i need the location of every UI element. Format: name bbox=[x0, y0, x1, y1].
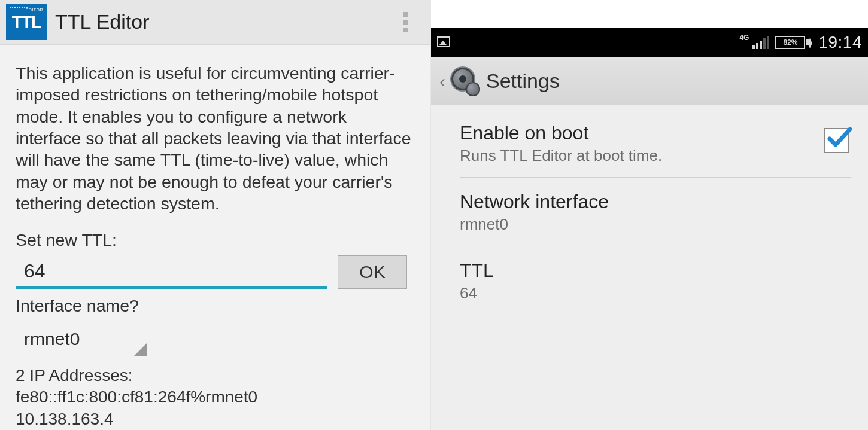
enable-on-boot-checkbox[interactable] bbox=[824, 128, 849, 153]
ip-address-2: 10.138.163.4 bbox=[16, 408, 415, 430]
battery-icon: 82% ⧫ bbox=[775, 36, 812, 49]
pref-title: Network interface bbox=[460, 191, 851, 213]
settings-title: Settings bbox=[486, 69, 560, 93]
pref-network-interface[interactable]: Network interface rmnet0 bbox=[460, 178, 851, 246]
interface-spinner[interactable]: rmnet0 bbox=[16, 324, 147, 356]
battery-percentage: 82% bbox=[775, 36, 805, 49]
app-icon: EDITOR TTL bbox=[6, 4, 47, 40]
interface-name-label: Interface name? bbox=[16, 295, 415, 316]
ip-addresses-header: 2 IP Addresses: bbox=[16, 365, 415, 386]
settings-screen: 4G 82% ⧫ 19:14 ‹ Settings bbox=[431, 0, 868, 430]
settings-action-bar: ‹ Settings bbox=[431, 57, 868, 105]
network-type-label: 4G bbox=[739, 34, 749, 41]
ttl-editor-screen: EDITOR TTL TTL Editor This application i… bbox=[0, 0, 431, 430]
status-bar: 4G 82% ⧫ 19:14 bbox=[431, 28, 868, 57]
blank-top-area bbox=[431, 0, 868, 28]
pref-subtitle: Runs TTL Editor at boot time. bbox=[460, 147, 824, 165]
pref-enable-on-boot[interactable]: Enable on boot Runs TTL Editor at boot t… bbox=[460, 109, 851, 178]
ip-address-1: fe80::ff1c:800:cf81:264f%rmnet0 bbox=[16, 386, 415, 408]
charging-icon: ⧫ bbox=[808, 37, 812, 48]
pref-title: TTL bbox=[460, 260, 851, 282]
set-ttl-label: Set new TTL: bbox=[16, 229, 415, 251]
ok-button[interactable]: OK bbox=[338, 255, 407, 289]
app-title: TTL Editor bbox=[55, 10, 391, 33]
clock: 19:14 bbox=[818, 33, 862, 52]
pref-title: Enable on boot bbox=[460, 122, 824, 144]
back-chevron-icon[interactable]: ‹ bbox=[439, 71, 445, 92]
pref-value: 64 bbox=[460, 284, 851, 303]
pref-ttl[interactable]: TTL 64 bbox=[460, 246, 851, 315]
ttl-input[interactable] bbox=[16, 255, 327, 289]
pref-value: rmnet0 bbox=[460, 215, 851, 234]
action-bar: EDITOR TTL TTL Editor bbox=[0, 0, 430, 45]
settings-gear-icon[interactable] bbox=[450, 66, 480, 96]
app-description: This application is useful for circumven… bbox=[16, 62, 415, 215]
overflow-menu-icon[interactable] bbox=[391, 8, 420, 36]
signal-strength-icon bbox=[752, 36, 769, 49]
picture-icon bbox=[437, 36, 450, 47]
